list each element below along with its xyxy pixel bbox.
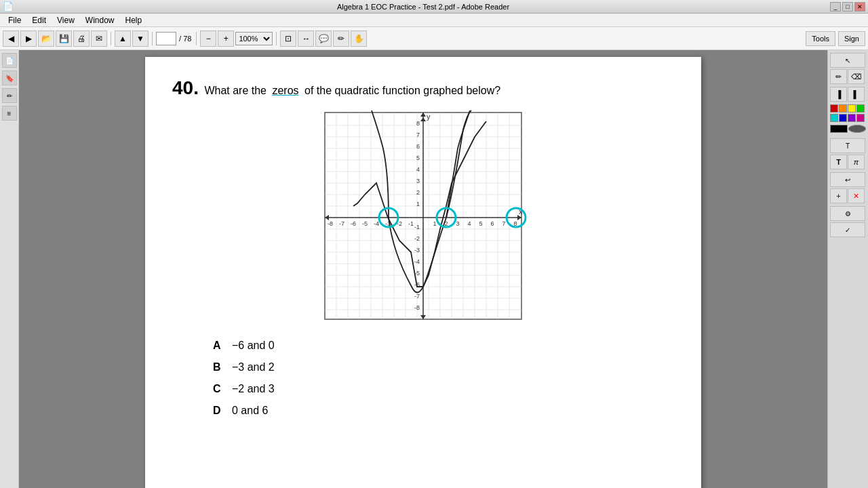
- sidebar-tools-btn[interactable]: ✏: [2, 88, 17, 103]
- svg-text:1: 1: [433, 220, 436, 227]
- sidebar-layers-btn[interactable]: ≡: [2, 106, 17, 121]
- rp-pencil-tool[interactable]: ✏: [830, 69, 847, 84]
- svg-text:-7: -7: [339, 220, 344, 227]
- svg-text:-4: -4: [374, 220, 379, 227]
- rp-italic-tool[interactable]: π: [848, 155, 865, 169]
- separator3: [196, 32, 197, 45]
- choice-letter-a: A: [213, 340, 226, 352]
- svg-text:-1: -1: [414, 224, 420, 230]
- title-bar: 📄 Algebra 1 EOC Practice - Test 2.pdf - …: [0, 0, 868, 14]
- pdf-page: 40. What are the zeros of the quadratic …: [145, 57, 701, 488]
- fit-width-button[interactable]: ↔: [298, 30, 314, 47]
- rp-tool-group2: ▐ ▌: [830, 87, 866, 102]
- markup-button[interactable]: ✏: [333, 30, 349, 47]
- svg-text:3: 3: [416, 178, 420, 184]
- open-button[interactable]: 📂: [38, 30, 54, 47]
- menu-edit[interactable]: Edit: [26, 14, 52, 26]
- rp-tool-group3: T π: [830, 155, 866, 169]
- graph-svg: -8 -7 -6 -5 -4 -3 -2 -1 1 2 3 4 5 6: [318, 109, 528, 326]
- color-black[interactable]: [830, 125, 848, 133]
- rp-eraser-tool[interactable]: ⌫: [848, 69, 865, 84]
- svg-text:-4: -4: [414, 258, 420, 265]
- menu-window[interactable]: Window: [80, 14, 120, 26]
- hand-tool-button[interactable]: ✋: [351, 30, 367, 47]
- rp-text-tool[interactable]: T: [830, 138, 865, 153]
- svg-text:-6: -6: [351, 220, 356, 227]
- svg-text:8: 8: [416, 120, 420, 127]
- close-button[interactable]: ✕: [854, 2, 865, 12]
- zoom-in-button[interactable]: +: [218, 30, 234, 47]
- toolbar: ◀ ▶ 📂 💾 🖨 ✉ ▲ ▼ 49 / 78 − + 100% 75% 125…: [0, 27, 868, 50]
- main-area: 📄 🔖 ✏ ≡ 40. What are the zeros of the qu…: [0, 50, 868, 488]
- choice-text-a: −6 and 0: [232, 340, 275, 352]
- print-button[interactable]: 🖨: [73, 30, 90, 47]
- rp-color-row3: [830, 125, 866, 133]
- menu-help[interactable]: Help: [120, 14, 148, 26]
- color-yellow[interactable]: [848, 104, 856, 113]
- prev-page-button[interactable]: ◀: [3, 30, 19, 47]
- color-dot-size[interactable]: [848, 125, 866, 133]
- tools-button[interactable]: Tools: [806, 31, 835, 46]
- svg-text:4: 4: [467, 220, 471, 227]
- rp-close-tool[interactable]: ✕: [848, 188, 865, 203]
- menu-file[interactable]: File: [3, 14, 26, 26]
- next-page-button[interactable]: ▶: [20, 30, 37, 47]
- maximize-button[interactable]: □: [842, 2, 853, 12]
- comment-button[interactable]: 💬: [315, 30, 332, 47]
- app-icon: 📄: [3, 1, 14, 12]
- color-pink[interactable]: [856, 114, 865, 122]
- rp-check-button[interactable]: ✓: [830, 222, 865, 237]
- zoom-select[interactable]: 100% 75% 125% 150%: [235, 32, 273, 45]
- svg-text:-8: -8: [328, 220, 333, 227]
- email-button[interactable]: ✉: [91, 30, 107, 47]
- rp-settings-button[interactable]: ⚙: [830, 206, 865, 221]
- color-orange[interactable]: [839, 104, 847, 113]
- y-axis-label: y: [427, 113, 431, 121]
- fit-page-button[interactable]: ⊡: [280, 30, 296, 47]
- choice-letter-c: C: [213, 383, 226, 395]
- sidebar-pages-btn[interactable]: 📄: [2, 53, 17, 68]
- svg-text:6: 6: [490, 220, 494, 227]
- question-text-part1: What are the: [204, 85, 269, 96]
- rp-marker-tool[interactable]: ▌: [848, 87, 865, 102]
- question-text-part2: of the quadratic function graphed below?: [302, 85, 501, 96]
- scroll-down-button[interactable]: ▼: [132, 30, 149, 47]
- graph-container: -8 -7 -6 -5 -4 -3 -2 -1 1 2 3 4 5 6: [315, 109, 532, 326]
- choice-letter-d: D: [213, 405, 226, 417]
- rp-highlight-tool[interactable]: ▐: [830, 87, 847, 102]
- separator4: [276, 32, 277, 45]
- sidebar-bookmark-btn[interactable]: 🔖: [2, 70, 17, 85]
- rp-zoom-in-tool[interactable]: +: [830, 188, 847, 203]
- menu-view[interactable]: View: [52, 14, 80, 26]
- save-button[interactable]: 💾: [56, 30, 72, 47]
- svg-text:1: 1: [416, 201, 420, 207]
- svg-text:5: 5: [416, 155, 420, 161]
- rp-undo-button[interactable]: ↩: [830, 172, 865, 187]
- color-green[interactable]: [856, 104, 865, 113]
- choice-text-b: −3 and 2: [232, 361, 275, 373]
- svg-text:6: 6: [416, 143, 420, 150]
- color-red[interactable]: [830, 104, 838, 113]
- answer-choice-a: A −6 and 0: [213, 340, 674, 352]
- zoom-out-button[interactable]: −: [200, 30, 216, 47]
- window-controls[interactable]: _ □ ✕: [830, 2, 865, 12]
- svg-text:-7: -7: [414, 293, 420, 300]
- scroll-up-button[interactable]: ▲: [115, 30, 131, 47]
- toolbar-right: Tools Sign: [806, 31, 865, 46]
- sign-button[interactable]: Sign: [838, 31, 865, 46]
- rp-color-row1: [830, 104, 866, 113]
- right-panel: ↖ ✏ ⌫ ▐ ▌ T T π: [827, 50, 868, 488]
- rp-select-tool[interactable]: ↖: [830, 53, 865, 68]
- color-cyan[interactable]: [830, 114, 838, 122]
- menu-bar: File Edit View Window Help: [0, 14, 868, 27]
- rp-color-row2: [830, 114, 866, 122]
- page-number-input[interactable]: 49: [156, 32, 176, 45]
- minimize-button[interactable]: _: [830, 2, 841, 12]
- color-blue[interactable]: [839, 114, 847, 122]
- rp-bold-tool[interactable]: T: [830, 155, 847, 169]
- rp-tool-group1: ✏ ⌫: [830, 69, 866, 84]
- svg-text:-1: -1: [408, 220, 414, 227]
- svg-text:5: 5: [479, 220, 482, 227]
- svg-text:3: 3: [456, 220, 459, 227]
- color-purple[interactable]: [848, 114, 856, 122]
